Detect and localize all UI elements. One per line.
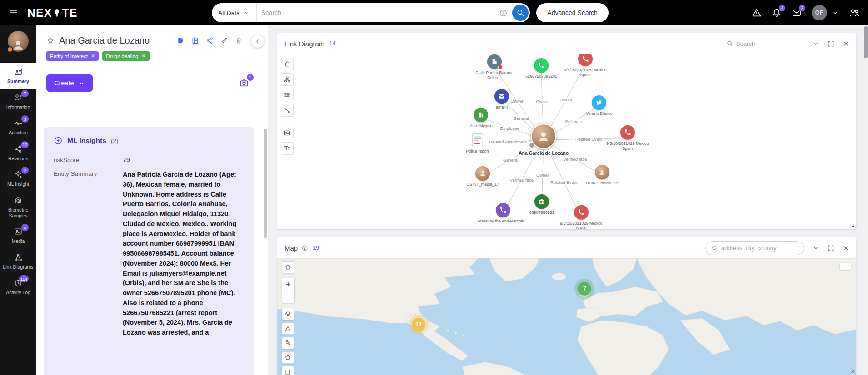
entity-header: Ana Garcia de Lozano bbox=[36, 35, 268, 46]
create-button[interactable]: Create bbox=[46, 74, 93, 92]
ml-insight-row: Entity SummaryAna Patricia Garcia de Loz… bbox=[54, 170, 246, 338]
sidebar-item-relations[interactable]: 10Relations bbox=[0, 140, 36, 166]
map-canvas[interactable]: 712 bbox=[277, 258, 856, 375]
delete-trash-icon[interactable] bbox=[235, 37, 243, 44]
map-cluster-count: 12 bbox=[412, 318, 425, 331]
entity-tag-chip[interactable]: Drugs dealing✕ bbox=[102, 51, 149, 61]
document-node-icon bbox=[470, 133, 485, 148]
collapse-chevron-icon[interactable] bbox=[812, 244, 820, 252]
window-scrollbar-thumb[interactable] bbox=[864, 26, 868, 58]
collapse-chevron-icon[interactable] bbox=[812, 39, 820, 48]
remove-tag-icon[interactable]: ✕ bbox=[141, 53, 145, 59]
graph-node-social[interactable]: Verano Blanco bbox=[573, 95, 625, 116]
map-overview-toggle[interactable] bbox=[840, 263, 851, 270]
map-search-input[interactable] bbox=[721, 245, 798, 252]
graph-connections-button[interactable] bbox=[281, 104, 294, 117]
map-cluster-marker[interactable]: 7 bbox=[574, 279, 594, 299]
hamburger-menu-icon[interactable] bbox=[8, 8, 18, 18]
link-diagram-header: Link Diagram 14 bbox=[277, 33, 856, 54]
entity-panel-scrollbar[interactable] bbox=[264, 129, 267, 238]
sidebar-item-information[interactable]: 7Information bbox=[0, 89, 36, 114]
ml-insights-rows: riskScore79Entity SummaryAna Patricia Ga… bbox=[54, 156, 246, 338]
resize-handle-icon[interactable] bbox=[848, 367, 855, 374]
sidebar-item-label: Media bbox=[12, 238, 25, 244]
graph-center-node[interactable]: Ana Garcia de Lozano bbox=[512, 123, 575, 156]
sidebar-item-ml-insight[interactable]: 2ML Insight bbox=[0, 165, 36, 191]
link-diagram-canvas[interactable]: Ana Garcia de LozanoCalle Puerto Barrios… bbox=[277, 54, 856, 229]
graph-node-phone[interactable]: 9/5/10/2021029 Mexico Spain bbox=[559, 54, 612, 77]
window-scrollbar[interactable] bbox=[863, 25, 868, 375]
sidebar-item-label: ML Insight bbox=[7, 181, 29, 187]
fullscreen-expand-icon[interactable] bbox=[827, 40, 835, 48]
graph-text-tool-button[interactable]: Tt bbox=[281, 142, 294, 155]
resize-handle-icon[interactable] bbox=[848, 221, 855, 228]
map-layers-button[interactable] bbox=[282, 308, 294, 320]
map-cluster-marker[interactable]: 12 bbox=[409, 315, 429, 335]
company-node-icon bbox=[474, 108, 488, 122]
entity-tag-label: Entity of Interest bbox=[50, 54, 88, 59]
draw-polygon-button[interactable] bbox=[282, 351, 294, 364]
sidebar-item-badge: 3 bbox=[21, 115, 29, 123]
graph-node-document[interactable]: Police report bbox=[451, 133, 504, 154]
graph-node-phone[interactable]: 9/5/10/2021029 Mexico Spain bbox=[601, 125, 654, 151]
info-icon[interactable] bbox=[301, 245, 308, 252]
entity-panel: Ana Garcia de Lozano Entity of Interest✕… bbox=[36, 25, 268, 375]
edit-pencil-icon[interactable] bbox=[220, 37, 228, 44]
ml-insight-row-label: Entity Summary bbox=[54, 170, 123, 338]
graph-home-button[interactable] bbox=[281, 58, 294, 70]
social-node-icon bbox=[592, 95, 606, 110]
sidebar-item-link-diagrams[interactable]: Link Diagrams bbox=[0, 248, 36, 274]
zoom-in-button[interactable] bbox=[282, 278, 294, 291]
entity-tag-chip[interactable]: Entity of Interest✕ bbox=[46, 51, 99, 61]
collapse-panel-button[interactable] bbox=[251, 35, 264, 48]
graph-node-label: Verano Blanco bbox=[573, 111, 625, 116]
sidebar-item-badge: 114 bbox=[19, 275, 29, 282]
graph-node-phone[interactable]: 9/5/10/2021029 Mexico Spain bbox=[555, 205, 608, 229]
advanced-search-button[interactable]: Advanced Search bbox=[536, 3, 609, 22]
graph-node-email[interactable]: amail4 bbox=[475, 89, 528, 110]
graph-filter-button[interactable] bbox=[281, 89, 294, 101]
sidebar-item-biometric-samples[interactable]: Biometric Samples bbox=[0, 191, 36, 222]
profile-avatar[interactable] bbox=[8, 31, 29, 52]
help-icon[interactable] bbox=[499, 9, 508, 17]
sidebar-item-activity-log[interactable]: 114Activity Log bbox=[0, 274, 36, 300]
remove-tag-icon[interactable]: ✕ bbox=[91, 53, 95, 59]
ml-insight-row: riskScore79 bbox=[54, 156, 246, 163]
users-icon[interactable] bbox=[849, 7, 860, 18]
user-menu-chevron-icon[interactable] bbox=[832, 9, 839, 16]
map-pins-button[interactable] bbox=[282, 337, 294, 349]
media-quick-button[interactable]: 1 bbox=[239, 78, 249, 88]
close-icon[interactable] bbox=[842, 40, 850, 48]
map-count-badge: 19 bbox=[313, 245, 319, 251]
graph-node-photo[interactable]: OSINT_media_17 bbox=[456, 166, 509, 187]
messages-mail-icon[interactable]: 2 bbox=[792, 8, 802, 18]
graph-node-address[interactable]: Calle Puerto Barrios, Colon... bbox=[468, 54, 521, 80]
map-home-button[interactable] bbox=[282, 261, 294, 273]
messages-badge: 2 bbox=[798, 5, 806, 12]
graph-export-image-button[interactable] bbox=[281, 127, 294, 139]
fullscreen-expand-icon[interactable] bbox=[827, 244, 835, 252]
map-hazard-button[interactable] bbox=[282, 322, 294, 335]
label-tag-icon[interactable] bbox=[177, 37, 185, 44]
draw-rectangle-button[interactable] bbox=[282, 366, 294, 375]
search-button[interactable] bbox=[512, 5, 529, 21]
search-scope-select[interactable]: All Data bbox=[212, 3, 256, 22]
favorite-star-icon[interactable] bbox=[46, 37, 55, 45]
link-diagram-search-input[interactable] bbox=[736, 40, 804, 47]
close-icon[interactable] bbox=[842, 244, 850, 252]
graph-layout-button[interactable] bbox=[281, 73, 294, 86]
system-alert-icon[interactable] bbox=[752, 8, 762, 18]
phone-node-icon bbox=[574, 205, 589, 219]
journal-icon[interactable] bbox=[191, 37, 199, 44]
user-avatar[interactable]: OF bbox=[812, 5, 827, 20]
graph-node-company[interactable]: Aero Mexico bbox=[454, 108, 507, 128]
share-icon[interactable] bbox=[206, 37, 214, 44]
notifications-bell-icon[interactable]: 4 bbox=[772, 8, 782, 18]
global-search-input[interactable] bbox=[257, 9, 499, 16]
graph-node-label: Calle Puerto Barrios, Colon... bbox=[468, 70, 521, 80]
sidebar-item-media[interactable]: 4Media bbox=[0, 222, 36, 248]
sidebar-item-summary[interactable]: Summary bbox=[0, 63, 36, 89]
graph-node-photo[interactable]: OSINT_media_19 bbox=[576, 165, 629, 186]
zoom-out-button[interactable] bbox=[282, 291, 294, 303]
sidebar-item-activities[interactable]: 3Activities bbox=[0, 114, 36, 140]
